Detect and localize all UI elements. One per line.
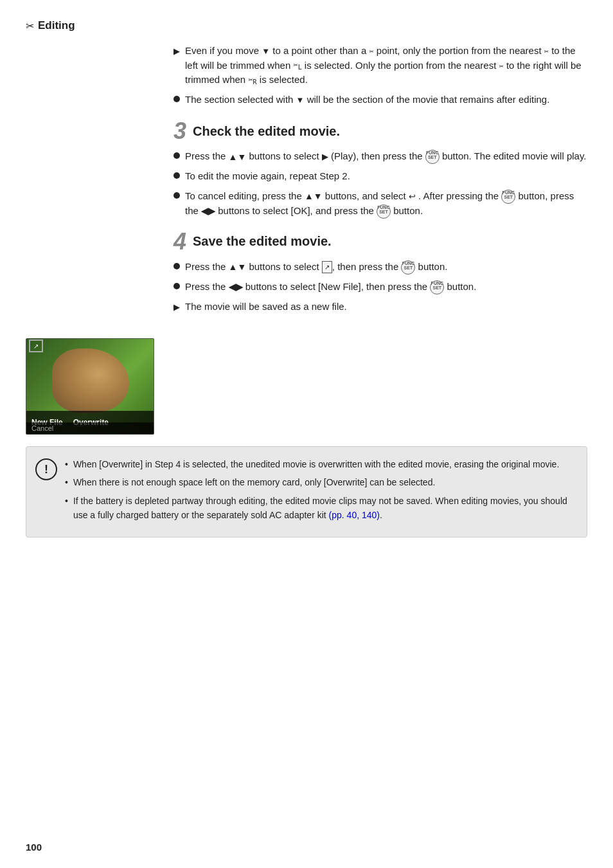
trim-scissors-icon: ✂ — [369, 46, 373, 57]
dot-s4-2 — [173, 283, 180, 289]
right-column: 3 Check the edited movie. Press the ▲▼ b… — [167, 120, 587, 435]
page: ✂ Editing ▶ Even if you move ▼ to a poin… — [0, 0, 613, 868]
func-btn-5: FUNCSET — [430, 280, 444, 294]
trim-right-icon: ✂ — [499, 60, 504, 72]
ud-arrows-icon-1: ▲▼ — [229, 150, 247, 164]
content-area: ↗ New File Overwrite Cancel 3 Che — [26, 120, 587, 435]
warning-box: ! When [Overwrite] in Step 4 is selected… — [26, 446, 587, 538]
page-link: (pp. 40, 140) — [329, 510, 380, 520]
func-btn-3: FUNCSET — [377, 204, 391, 219]
camera-preview: ↗ New File Overwrite Cancel — [26, 338, 154, 435]
intro-bullet-1: ▶ Even if you move ▼ to a point other th… — [173, 44, 587, 87]
save-icon: ↗ — [322, 261, 332, 273]
trim-left-select-icon: ✂L — [293, 59, 301, 72]
step-4-bullet-1: Press the ▲▼ buttons to select ↗, then p… — [173, 260, 587, 275]
warning-item-1: When [Overwrite] in Step 4 is selected, … — [65, 457, 575, 471]
arrow-icon-1: ▶ — [173, 45, 180, 58]
step-4-number: 4 — [173, 230, 186, 253]
warning-text: When [Overwrite] in Step 4 is selected, … — [65, 457, 575, 527]
ud-arrows-icon-3: ▲▼ — [229, 260, 247, 274]
preview-top-icon: ↗ — [29, 339, 43, 352]
step-3-bullet-3: To cancel editing, press the ▲▼ buttons,… — [173, 189, 587, 219]
step-4-bullet-3: ▶ The movie will be saved as a new file. — [173, 300, 587, 314]
preview-top-bar: ↗ — [26, 339, 154, 353]
warning-list: When [Overwrite] in Step 4 is selected, … — [65, 457, 575, 523]
marker-icon-2: ▼ — [296, 94, 305, 107]
lr-arrows-icon-2: ◀▶ — [229, 280, 243, 294]
preview-cancel-bar: Cancel — [26, 422, 154, 434]
warning-item-2: When there is not enough space left on t… — [65, 475, 575, 489]
step-4-block: 4 Save the edited movie. Press the ▲▼ bu… — [173, 230, 587, 314]
dot-s3-1 — [173, 152, 180, 159]
intro-bullet-2: The section selected with ▼ will be the … — [173, 93, 587, 107]
page-header: ✂ Editing — [26, 19, 587, 32]
func-btn-2: FUNCSET — [501, 190, 515, 204]
trim-right-select-icon: ✂R — [248, 74, 256, 87]
step-4-header: 4 Save the edited movie. — [173, 230, 587, 253]
step-3-title: Check the edited movie. — [193, 124, 340, 139]
step-4-bullets: Press the ▲▼ buttons to select ↗, then p… — [173, 260, 587, 314]
func-btn-4: FUNCSET — [401, 260, 415, 275]
marker-icon: ▼ — [262, 45, 270, 58]
warning-icon: ! — [35, 458, 57, 480]
step-3-header: 3 Check the edited movie. — [173, 120, 587, 143]
page-title: Editing — [38, 19, 75, 32]
step-3-bullet-2: To edit the movie again, repeat Step 2. — [173, 169, 587, 184]
warning-item-3: If the battery is depleted partway throu… — [65, 494, 575, 523]
lr-arrows-icon-1: ◀▶ — [201, 204, 215, 218]
step-4-title: Save the edited movie. — [193, 234, 332, 249]
dot-s3-3 — [173, 192, 180, 199]
step-3-number: 3 — [173, 120, 186, 143]
page-number: 100 — [26, 842, 42, 853]
ud-arrows-icon-2: ▲▼ — [305, 190, 323, 203]
intro-bullets: ▶ Even if you move ▼ to a point other th… — [167, 44, 587, 107]
step-3-bullets: Press the ▲▼ buttons to select ▶ (Play),… — [173, 149, 587, 219]
dot-icon-1 — [173, 96, 180, 102]
arrow-icon-2: ▶ — [173, 301, 180, 314]
step-4-bullet-2: Press the ◀▶ buttons to select [New File… — [173, 280, 587, 294]
trim-left-icon: ✂ — [544, 46, 549, 57]
preview-overlay: ↗ New File Overwrite Cancel — [26, 339, 154, 434]
step-3-block: 3 Check the edited movie. Press the ▲▼ b… — [173, 120, 587, 219]
editing-icon: ✂ — [26, 20, 34, 32]
step-3-bullet-1: Press the ▲▼ buttons to select ▶ (Play),… — [173, 149, 587, 164]
left-column: ↗ New File Overwrite Cancel — [26, 338, 167, 435]
undo-icon: ↩ — [409, 190, 416, 203]
dot-s3-2 — [173, 172, 180, 179]
play-icon-1: ▶ — [322, 150, 328, 163]
menu-item-cancel: Cancel — [31, 424, 53, 432]
func-btn-1: FUNCSET — [425, 150, 440, 164]
dot-s4-1 — [173, 263, 180, 269]
